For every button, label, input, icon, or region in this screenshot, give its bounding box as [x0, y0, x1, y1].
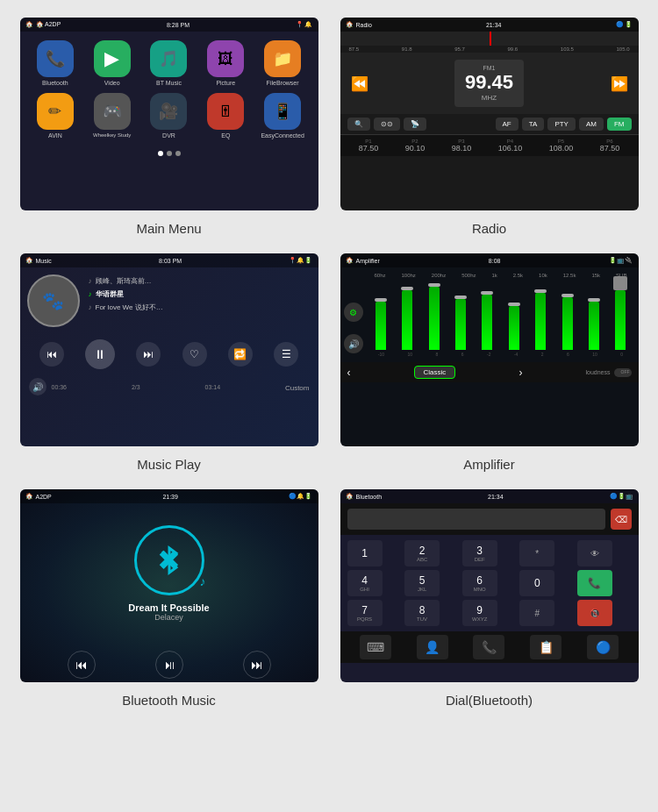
- dial-key-7[interactable]: 7 PQRS: [347, 600, 383, 626]
- a2dp-label: 🏠 A2DP: [36, 21, 61, 28]
- track-item-3[interactable]: ♪ For love We 说好不…: [89, 301, 311, 314]
- playlist-button[interactable]: ☰: [274, 342, 298, 367]
- menu-item-avin[interactable]: ✏ AVIN: [31, 93, 81, 139]
- dial-key-eye[interactable]: 👁: [577, 540, 612, 566]
- dial-key-6[interactable]: 6 MNO: [462, 570, 497, 596]
- track-item-2[interactable]: ♪ 华语群星: [89, 288, 311, 301]
- eq-bar-4[interactable]: [448, 296, 473, 350]
- radio-freq-display: FM1 99.45 MHZ: [454, 60, 524, 107]
- music-content-area: 🐾 ♪ 顾峰、斯琦高前… ♪ 华语群星 ♪ For love We 说好不…: [20, 267, 318, 334]
- dial-key-3[interactable]: 3 DEF: [462, 540, 497, 566]
- bt-music-note-icon: ♪: [200, 574, 206, 588]
- prev-track-button[interactable]: ⏮: [39, 342, 64, 367]
- radio-title-label: Radio: [356, 22, 372, 28]
- sound-icon[interactable]: 🔊: [29, 378, 46, 395]
- eq-frequency-labels: 60hz 100hz 200hz 500hz 1k 2.5k 10k 12.5k…: [367, 273, 635, 280]
- favorite-button[interactable]: ♡: [182, 342, 207, 367]
- loudness-toggle[interactable]: OFF: [614, 368, 632, 377]
- eq-bar-8[interactable]: [554, 294, 579, 350]
- eq-label: EQ: [221, 132, 230, 139]
- eq-bar-3[interactable]: [421, 283, 446, 350]
- dial-key-hash[interactable]: #: [519, 600, 554, 626]
- dial-key-2[interactable]: 2 ABC: [404, 540, 440, 566]
- dial-time: 21:34: [488, 494, 504, 500]
- pty-button[interactable]: PTY: [547, 118, 576, 131]
- menu-item-video[interactable]: ▶ Video: [87, 40, 137, 86]
- preset-p5[interactable]: P5 108.00: [549, 139, 574, 153]
- screen-radio: 🏠 Radio 21:34 🔵 🔋 87.5 91.8 95.7 99.6 10…: [340, 18, 639, 210]
- dial-key-8[interactable]: 8 TUV: [404, 600, 440, 626]
- caption-amplifier: Amplifier: [463, 457, 514, 472]
- menu-item-wheelkey[interactable]: 🎮 Wheelkey Study: [87, 93, 137, 139]
- dial-phone-button[interactable]: 📞: [473, 635, 504, 659]
- bt-music-title: A2DP: [36, 494, 52, 500]
- radio-next-button[interactable]: ⏩: [611, 75, 628, 92]
- btmusic-icon-circle: 🎵: [150, 40, 187, 77]
- caption-radio: Radio: [472, 221, 506, 236]
- eq-bar-5[interactable]: [475, 291, 499, 350]
- rds-button[interactable]: ⊙⊙: [374, 118, 400, 131]
- play-pause-button[interactable]: ⏸: [85, 339, 115, 369]
- caption-main-menu: Main Menu: [136, 221, 201, 236]
- dial-key-9[interactable]: 9 WXYZ: [462, 600, 497, 626]
- dial-end-call-button[interactable]: 📵: [577, 600, 612, 626]
- dial-contacts-button[interactable]: 👤: [417, 635, 448, 659]
- menu-item-filebrowser[interactable]: 📁 FileBrowser: [258, 40, 308, 86]
- amp-next-button[interactable]: ›: [519, 367, 522, 379]
- time-current: 00:36: [52, 384, 68, 392]
- bt-next-button[interactable]: ⏭: [243, 651, 271, 679]
- track-item-1[interactable]: ♪ 顾峰、斯琦高前…: [89, 274, 311, 288]
- amp-prev-button[interactable]: ‹: [347, 367, 351, 379]
- menu-item-picture[interactable]: 🖼 Picture: [201, 40, 251, 86]
- eq-bar-7[interactable]: [528, 289, 553, 350]
- bt-prev-button[interactable]: ⏮: [68, 651, 96, 679]
- amp-preset-button[interactable]: Classic: [414, 366, 456, 379]
- menu-item-eq[interactable]: 🎚 EQ: [201, 93, 251, 139]
- eq-bar-2[interactable]: [395, 287, 419, 350]
- radio-unit-label: MHZ: [465, 94, 513, 102]
- preset-p2[interactable]: P2 90.10: [405, 139, 426, 153]
- preset-p4[interactable]: P4 106.10: [498, 139, 523, 153]
- af-button[interactable]: AF: [496, 118, 519, 131]
- dvr-icon-circle: 🎥: [150, 93, 187, 130]
- dial-key-4[interactable]: 4 GHI: [347, 570, 383, 596]
- bt-play-button[interactable]: ⏯: [155, 651, 183, 679]
- dial-notes-button[interactable]: 📋: [530, 635, 561, 659]
- amp-power-icon[interactable]: ⚙: [344, 303, 363, 322]
- preset-p6[interactable]: P6 87.50: [600, 139, 620, 153]
- bt-artist-name: Delacey: [154, 613, 183, 622]
- dial-call-button[interactable]: 📞: [577, 570, 612, 596]
- antenna-button[interactable]: 📡: [404, 118, 426, 131]
- dial-key-1[interactable]: 1: [347, 540, 383, 566]
- eq-bar-6[interactable]: [502, 303, 526, 350]
- dial-delete-button[interactable]: ⌫: [611, 509, 632, 530]
- track-title-1: 顾峰、斯琦高前…: [96, 276, 152, 286]
- dial-key-5[interactable]: 5 JKL: [404, 570, 440, 596]
- next-track-button[interactable]: ⏭: [136, 342, 161, 367]
- main-menu-time: 8:28 PM: [167, 22, 190, 28]
- eq-handle-10[interactable]: [613, 276, 627, 290]
- radio-prev-button[interactable]: ⏪: [351, 75, 368, 92]
- eq-bar-9[interactable]: [582, 298, 606, 350]
- fm-button[interactable]: FM: [607, 118, 632, 131]
- eq-bar-1[interactable]: [368, 298, 393, 350]
- repeat-button[interactable]: 🔁: [228, 342, 253, 367]
- ta-button[interactable]: TA: [522, 118, 545, 131]
- dial-key-0[interactable]: 0: [519, 570, 554, 596]
- dial-bt-button[interactable]: 🔵: [587, 635, 619, 659]
- eq-bar-10[interactable]: [608, 276, 633, 350]
- status-icons: 📍 🔔: [296, 21, 313, 28]
- menu-item-btmusic[interactable]: 🎵 BT Music: [144, 40, 194, 86]
- search-icon-btn[interactable]: 🔍: [347, 118, 370, 131]
- dial-key-star[interactable]: *: [519, 540, 554, 566]
- menu-item-dvr[interactable]: 🎥 DVR: [144, 93, 194, 139]
- menu-item-bluetooth[interactable]: 📞 Bluetooth: [31, 40, 81, 86]
- am-button[interactable]: AM: [579, 118, 604, 131]
- amp-volume-icon[interactable]: 🔊: [344, 334, 363, 353]
- dial-status-bar: 🏠 Bluetooth 21:34 🔵🔋📺: [340, 489, 639, 503]
- eq-bar-fill-10: [615, 290, 626, 350]
- dial-keyboard-button[interactable]: ⌨: [360, 635, 391, 659]
- preset-p1[interactable]: P1 87.50: [359, 139, 379, 153]
- menu-item-easyconnected[interactable]: 📱 EasyConnected: [258, 93, 308, 139]
- preset-p3[interactable]: P3 98.10: [452, 139, 472, 153]
